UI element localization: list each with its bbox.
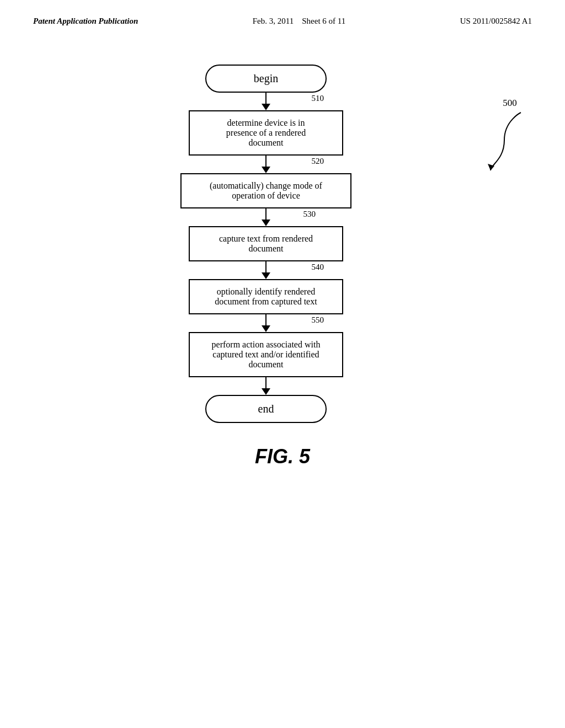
step-530: capture text from rendereddocument (189, 226, 343, 261)
step-520-label: 520 (312, 157, 324, 166)
end-node: end (205, 395, 327, 423)
step-540-label: 540 (312, 263, 324, 272)
connector-6 (265, 377, 266, 388)
header-publication: Patent Application Publication (33, 17, 138, 26)
ref-number: 500 (503, 98, 517, 109)
figure-caption: FIG. 5 (0, 445, 565, 468)
step-510-label: 510 (312, 94, 324, 103)
arrow-3 (262, 220, 270, 226)
header-patent-number: US 2011/0025842 A1 (460, 17, 532, 26)
arrow-1 (262, 104, 270, 110)
diagram-area: 500 begin 510 determine device is inpres… (0, 31, 565, 423)
end-label: end (258, 403, 274, 415)
step-550: perform action associated withcaptured t… (189, 332, 343, 377)
figure-caption-text: FIG. 5 (255, 445, 310, 468)
arrow-5 (262, 325, 270, 332)
step-530-label: 530 (303, 210, 316, 219)
step-550-text: perform action associated withcaptured t… (212, 340, 321, 369)
step-540-text: optionally identify rendereddocument fro… (215, 287, 317, 306)
connector-5 (265, 314, 266, 325)
step-510: determine device is inpresence of a rend… (189, 110, 343, 156)
header-date-sheet: Feb. 3, 2011 Sheet 6 of 11 (253, 17, 345, 26)
page-header: Patent Application Publication Feb. 3, 2… (0, 0, 565, 31)
ref-500-label: 500 (488, 98, 532, 176)
connector-1 (265, 93, 266, 104)
arrow-2 (262, 167, 270, 173)
step-520: (automatically) change mode ofoperation … (180, 173, 351, 208)
step-530-text: capture text from rendereddocument (219, 234, 313, 253)
step-520-text: (automatically) change mode ofoperation … (210, 181, 322, 200)
connector-2 (265, 156, 266, 167)
step-540: optionally identify rendereddocument fro… (189, 279, 343, 314)
connector-3 (265, 208, 266, 220)
flowchart: begin 510 determine device is inpresence… (180, 65, 351, 423)
connector-4 (265, 261, 266, 272)
step-550-label: 550 (312, 315, 324, 325)
begin-label: begin (254, 72, 278, 84)
step-510-text: determine device is inpresence of a rend… (226, 118, 306, 147)
arrow-6 (262, 388, 270, 395)
arrow-4 (262, 272, 270, 279)
brace-arrow-svg (488, 110, 532, 176)
begin-node: begin (205, 65, 327, 93)
